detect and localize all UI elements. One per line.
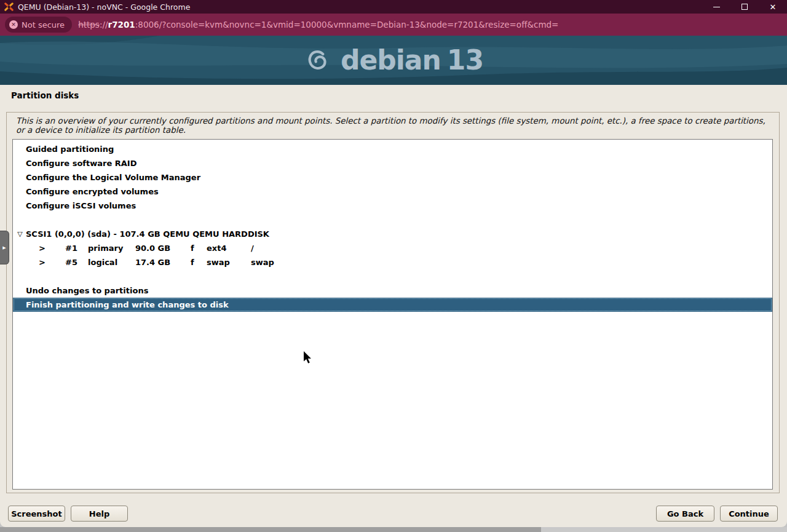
handle-arrow-icon: ▶ [2, 245, 6, 250]
maximize-icon [742, 4, 748, 10]
not-secure-label: Not secure [22, 20, 65, 30]
partition-filesystem: swap [207, 255, 251, 269]
novnc-controlbar-handle[interactable]: ▶ [0, 231, 9, 264]
partition-size: 90.0 GB [135, 241, 191, 255]
partition-filesystem: ext4 [207, 241, 251, 255]
debian-swirl-icon [304, 47, 332, 75]
list-item-undo-changes[interactable]: Undo changes to partitions [13, 284, 772, 298]
list-item-configure-lvm[interactable]: Configure the Logical Volume Manager [13, 170, 772, 185]
browser-infobar: ✕ Not secure https://r7201:8006/?console… [0, 14, 787, 36]
debian-brand: debian 13 [0, 36, 787, 85]
not-secure-badge[interactable]: ✕ Not secure [5, 17, 72, 33]
help-button[interactable]: Help [71, 506, 128, 522]
screenshot-button[interactable]: Screenshot [8, 506, 65, 522]
partition-size: 17.4 GB [135, 255, 191, 269]
partition-number: #5 [65, 255, 88, 269]
partition-listbox: Guided partitioning Configure software R… [12, 139, 773, 490]
minimize-button[interactable] [702, 0, 730, 14]
go-back-button[interactable]: Go Back [656, 506, 714, 522]
debian-banner: debian 13 [0, 36, 787, 85]
horizontal-scrollbar[interactable] [0, 527, 787, 532]
list-item-partition-5[interactable]: > #5 logical 17.4 GB f swap swap [13, 255, 772, 269]
maximize-button[interactable] [730, 0, 759, 14]
partition-type: primary [88, 241, 135, 255]
list-spacer [13, 269, 772, 284]
installer-window: Partition disks This is an overview of y… [0, 85, 787, 527]
minimize-icon [713, 7, 720, 7]
partition-marker: > [39, 241, 65, 255]
close-button[interactable]: ✕ [759, 0, 787, 14]
brand-name: debian [341, 46, 441, 74]
url-bar[interactable]: https://r7201:8006/?console=kvm&novnc=1&… [78, 20, 558, 30]
description-text: This is an overview of your currently co… [16, 116, 770, 135]
content-frame: This is an overview of your currently co… [6, 112, 780, 493]
partition-type: logical [88, 255, 135, 269]
url-host: r7201 [108, 20, 135, 30]
browser-titlebar: QEMU (Debian-13) - noVNC - Google Chrome… [0, 0, 787, 14]
partition-mountpoint: / [251, 241, 772, 255]
disk-label: SCSI1 (0,0,0) (sda) - 107.4 GB QEMU QEMU… [26, 227, 269, 241]
novnc-favicon-icon [4, 2, 14, 12]
list-item-configure-raid[interactable]: Configure software RAID [13, 156, 772, 170]
screen: QEMU (Debian-13) - noVNC - Google Chrome… [0, 0, 787, 532]
page-title: Partition disks [11, 90, 79, 100]
partition-mountpoint: swap [251, 255, 772, 269]
partition-flag: f [191, 255, 207, 269]
list-item-partition-1[interactable]: > #1 primary 90.0 GB f ext4 / [13, 241, 772, 255]
list-item-guided-partitioning[interactable]: Guided partitioning [13, 142, 772, 156]
window-title: QEMU (Debian-13) - noVNC - Google Chrome [18, 2, 190, 12]
url-rest: :8006/?console=kvm&novnc=1&vmid=10000&vm… [135, 20, 559, 30]
url-separator: :// [100, 20, 108, 30]
partition-flag: f [191, 241, 207, 255]
list-item-disk-sda[interactable]: ▽ SCSI1 (0,0,0) (sda) - 107.4 GB QEMU QE… [13, 227, 772, 241]
window-controls: ✕ [702, 0, 787, 14]
close-icon: ✕ [770, 3, 777, 11]
list-item-configure-encrypted[interactable]: Configure encrypted volumes [13, 185, 772, 199]
not-secure-icon: ✕ [9, 20, 18, 29]
continue-button[interactable]: Continue [720, 506, 778, 522]
partition-number: #1 [65, 241, 88, 255]
list-item-configure-iscsi[interactable]: Configure iSCSI volumes [13, 199, 772, 213]
brand-version: 13 [447, 46, 483, 74]
list-item-finish-partitioning[interactable]: Finish partitioning and write changes to… [13, 298, 772, 312]
url-scheme: https [78, 20, 100, 30]
expander-open-icon[interactable]: ▽ [14, 227, 26, 241]
list-spacer [13, 213, 772, 227]
partition-marker: > [39, 255, 65, 269]
scrollbar-thumb[interactable] [0, 527, 541, 532]
